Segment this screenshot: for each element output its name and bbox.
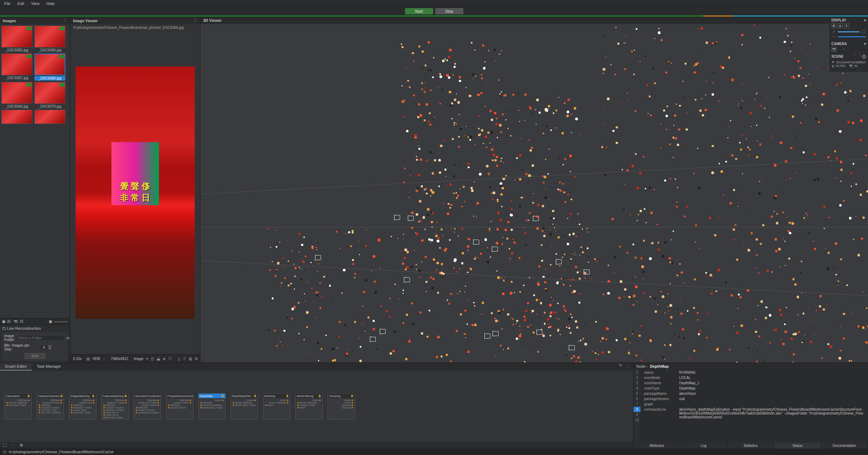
line-number[interactable]: 4	[634, 386, 641, 391]
thumbnail[interactable]	[34, 110, 65, 124]
eye-icon[interactable]: 👁	[831, 61, 835, 64]
graph-node[interactable]: CameraInit🔒SfMDataSensor DatabaseDescrib…	[4, 393, 32, 419]
min-step-value[interactable]: 4	[40, 345, 48, 350]
line-number[interactable]: 2	[634, 375, 641, 380]
line-number[interactable]: 3	[634, 380, 641, 386]
chevron-down-icon[interactable]: ▾	[864, 42, 866, 46]
thumb-size-icon[interactable]: ▣	[49, 320, 52, 323]
graph-node[interactable]: FeatureMatching🔒SfMDataMatches FolderSfM…	[101, 393, 129, 419]
viewer-canvas[interactable]	[70, 31, 200, 354]
graph-node[interactable]: FeatureExtraction🔒SfMDataFeatures Folder…	[37, 393, 64, 419]
expand-icon[interactable]: ⤢	[831, 29, 836, 34]
thumb-size-slider[interactable]	[54, 321, 68, 322]
graph-node[interactable]: ImageMatching🔒SfMDataImage PairsSfMDataF…	[69, 393, 96, 419]
point	[693, 307, 695, 309]
graph-node[interactable]: Texturing🔒FolderMeshMaterialTextures	[328, 393, 355, 419]
point	[542, 227, 545, 229]
stop-button[interactable]: Stop	[435, 8, 463, 14]
slider2[interactable]	[838, 36, 866, 37]
line-number[interactable]: 6	[634, 396, 641, 402]
fit-icon[interactable]: ⛶	[3, 443, 7, 447]
point	[316, 294, 318, 296]
node-tab-log[interactable]: Log	[680, 443, 727, 449]
viewer-menu-icon[interactable]: ⋮	[193, 18, 197, 23]
live-start-button[interactable]: Start	[25, 353, 45, 359]
thumbnail[interactable]: _DSC8369.jpg	[1, 82, 32, 108]
node-tab-status[interactable]: Status	[774, 443, 821, 449]
menu-help[interactable]: Help	[44, 1, 57, 6]
thumbnail[interactable]	[1, 110, 32, 124]
point-size-slider[interactable]	[838, 31, 860, 32]
point	[766, 270, 769, 272]
mode-dropdown-icon[interactable]: ▾	[146, 356, 148, 361]
camera-reset-icon[interactable]: 📷	[831, 47, 836, 52]
info-icon[interactable]: ⓘ	[862, 55, 866, 59]
graph-menu-icon[interactable]: ⋮	[624, 363, 633, 371]
thumbnail[interactable]: _DSC8368.jpg	[34, 53, 65, 81]
line-number[interactable]: 10	[634, 417, 641, 423]
node-tab-statistics[interactable]: Statistics	[727, 443, 774, 449]
point	[461, 228, 463, 230]
square-icon[interactable]: ◻	[178, 356, 180, 361]
node-tab-documentation[interactable]: Documentation	[821, 443, 868, 449]
images-menu-icon[interactable]: ⋮	[63, 18, 67, 23]
refresh-icon[interactable]: ↻	[618, 363, 624, 368]
stepper-up-icon[interactable]: ▴	[48, 345, 52, 347]
line-number[interactable]: 5	[634, 391, 641, 396]
info-icon[interactable]: ⓘ	[168, 356, 172, 361]
hatch-icon[interactable]: ▨	[86, 356, 90, 361]
start-button[interactable]: Start	[405, 8, 433, 14]
graph-node[interactable]: Meshing🔒MeshDense SfMDataMesh	[263, 393, 290, 419]
thumbnail[interactable]: _DSC8370.jpg	[34, 82, 65, 108]
hatch2-icon[interactable]: ▨	[189, 356, 192, 361]
triangle-icon[interactable]: ▽	[183, 356, 186, 361]
target-icon[interactable]: ◎	[838, 23, 843, 28]
3d-canvas[interactable]	[200, 24, 868, 362]
menu-view[interactable]: View	[28, 1, 43, 6]
thumbnail[interactable]: _DSC8367.jpg	[1, 53, 32, 81]
line-number[interactable]: 1	[634, 370, 641, 375]
menu-file[interactable]: File	[1, 1, 13, 6]
point	[565, 270, 566, 271]
graph-node[interactable]: StructureFromMotion🔒SfMDataViews and Pos…	[134, 393, 161, 419]
zoom-level[interactable]: 0.10x	[73, 357, 82, 361]
graph-node[interactable]: MeshFiltering🔒MeshDense SfMDataImages Fo…	[295, 393, 323, 419]
gallery-icon[interactable]: ◫	[151, 356, 154, 361]
node-tab-attributes[interactable]: Attributes	[634, 443, 680, 449]
thumbnail[interactable]: _DSC8366.jpg	[34, 26, 65, 52]
graph-canvas[interactable]: CameraInit🔒SfMDataSensor DatabaseDescrib…	[0, 371, 633, 442]
browse-folder-icon[interactable]: 🗀	[66, 336, 70, 340]
stepper-down-icon[interactable]: ▾	[48, 347, 52, 350]
graph-node[interactable]: PrepareDenseScene🔒SfMDataImages FolderSf…	[166, 393, 193, 419]
status-badge	[26, 83, 31, 87]
chevron-down-icon[interactable]: ▾	[864, 18, 866, 22]
grid-icon[interactable]: ⊞	[831, 23, 836, 28]
settings-icon[interactable]: ⚙	[20, 443, 23, 447]
hdr-toggle[interactable]: HDR	[92, 357, 100, 361]
point	[421, 185, 423, 188]
thumbnail[interactable]: _DSC8365.jpg	[1, 26, 32, 52]
gear-icon[interactable]: ⚙	[195, 356, 198, 361]
menu-edit[interactable]: Edit	[15, 1, 27, 6]
fullscreen-icon[interactable]: ⛶	[861, 29, 866, 34]
tab-task-manager[interactable]: Task Manager	[32, 363, 66, 371]
points-icon[interactable]: ∴	[103, 356, 105, 361]
point	[733, 239, 735, 241]
line-number[interactable]: 7	[634, 402, 641, 407]
line-number[interactable]: 8	[634, 407, 641, 412]
point	[659, 307, 660, 308]
line-number[interactable]: 9	[634, 412, 641, 417]
image-folder-input[interactable]	[16, 335, 64, 341]
graph-node[interactable]: DepthMap🔒OutputSfMDataFiltered DepthMaps…	[198, 393, 226, 419]
stats-icon[interactable]: ⬓	[157, 356, 160, 361]
point	[635, 277, 636, 278]
slider2-icon[interactable]: —	[831, 34, 836, 39]
graph-node[interactable]: DepthMapFilter🔒OutputDense SfMDataDepth …	[231, 393, 258, 419]
point	[760, 105, 762, 107]
point	[539, 112, 541, 114]
tab-graph-editor[interactable]: Graph Editor	[0, 363, 32, 371]
axis-icon[interactable]: ↯	[844, 23, 849, 28]
more-icon[interactable]: ⋯	[11, 443, 15, 447]
globe-icon[interactable]: ⊕	[163, 356, 166, 361]
point	[410, 175, 411, 177]
